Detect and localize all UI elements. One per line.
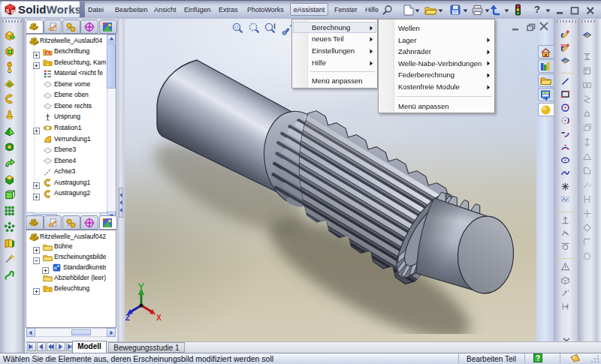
svg-text:W: W (11, 9, 17, 14)
svg-text:A: A (46, 50, 49, 55)
svg-text:Z: Z (125, 314, 130, 322)
svg-text:X: X (156, 314, 162, 322)
svg-text:S: S (6, 8, 10, 14)
